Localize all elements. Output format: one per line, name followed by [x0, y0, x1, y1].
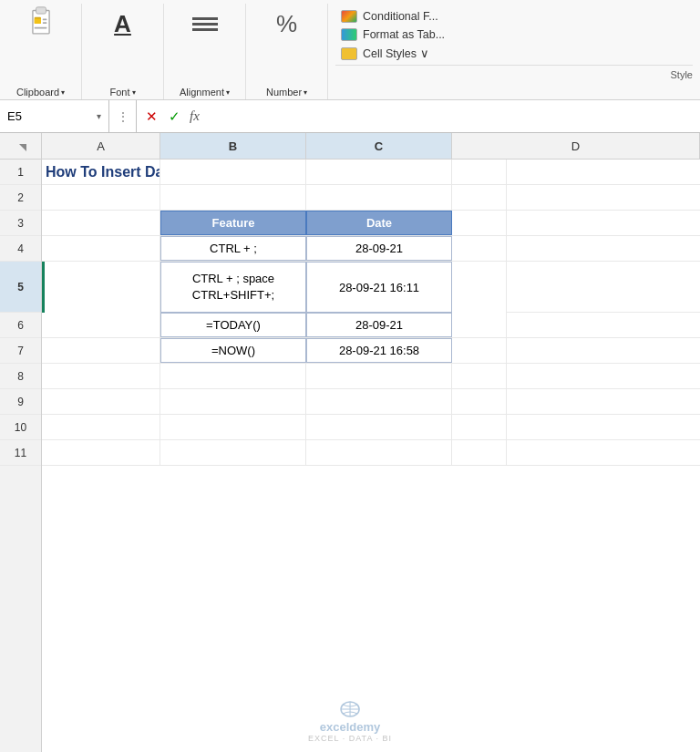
number-arrow-icon: ▾ — [304, 88, 307, 97]
cell-b9[interactable] — [160, 389, 306, 414]
cell-c6[interactable]: 28-09-21 — [306, 313, 452, 337]
row-num-2[interactable]: 2 — [0, 185, 41, 211]
table-row: =TODAY() 28-09-21 — [42, 313, 700, 338]
cell-c3-header[interactable]: Date — [306, 211, 452, 235]
title-text: How To Insert Date In Excel — [46, 164, 160, 180]
cell-d6[interactable] — [452, 313, 507, 337]
fx-label: fx — [190, 108, 200, 124]
cell-c1[interactable] — [306, 160, 452, 184]
table-row: CTRL + ; 28-09-21 — [42, 236, 700, 262]
cell-d7[interactable] — [452, 338, 507, 363]
cell-d11[interactable] — [452, 440, 507, 465]
cell-c5[interactable]: 28-09-21 16:11 — [306, 262, 452, 313]
cell-c2[interactable] — [306, 185, 452, 210]
cell-b7[interactable]: =NOW() — [160, 338, 306, 363]
cell-d10[interactable] — [452, 415, 507, 439]
row-num-1[interactable]: 1 — [0, 160, 41, 185]
col-header-a[interactable]: A — [42, 133, 160, 159]
cell-d3[interactable] — [452, 211, 507, 235]
col-header-c[interactable]: C — [306, 133, 452, 159]
row-num-9[interactable]: 9 — [0, 389, 41, 415]
cell-d4[interactable] — [452, 236, 507, 261]
cell-b4[interactable]: CTRL + ; — [160, 236, 306, 261]
font-icon[interactable]: A — [107, 7, 139, 40]
name-box-arrow-icon[interactable]: ▾ — [97, 111, 101, 121]
cell-d5[interactable] — [452, 262, 507, 313]
cell-d8[interactable] — [452, 364, 507, 388]
corner-cell[interactable] — [0, 133, 42, 159]
ribbon-group-font: A Font ▾ — [82, 4, 164, 99]
name-box[interactable]: E5 ▾ — [0, 100, 109, 132]
alignment-group-label[interactable]: Alignment ▾ — [180, 87, 230, 98]
cell-d2[interactable] — [452, 185, 507, 210]
number-group-label[interactable]: Number ▾ — [266, 87, 307, 98]
cell-c4[interactable]: 28-09-21 — [306, 236, 452, 261]
row-num-8[interactable]: 8 — [0, 364, 41, 389]
cell-b11[interactable] — [160, 440, 306, 465]
table-row — [42, 415, 700, 440]
formula-bar-controls: ✕ ✓ — [137, 108, 190, 125]
cell-b10[interactable] — [160, 415, 306, 439]
ribbon-styles-section: Conditional F... Format as Tab... Cell S… — [328, 4, 700, 99]
cell-styles-button[interactable]: Cell Styles ∨ — [335, 44, 693, 63]
formula-bar: E5 ▾ ⋮ ✕ ✓ fx — [0, 100, 700, 133]
cell-a10[interactable] — [42, 415, 160, 439]
formula-bar-dots-icon: ⋮ — [118, 110, 129, 123]
row-num-3[interactable]: 3 — [0, 211, 41, 236]
format-as-table-button[interactable]: Format as Tab... — [335, 26, 693, 44]
row-num-7[interactable]: 7 — [0, 338, 41, 364]
row-num-10[interactable]: 10 — [0, 415, 41, 440]
row-num-4[interactable]: 4 — [0, 236, 41, 262]
cell-b5[interactable]: CTRL + ; space CTRL+SHIFT+; — [160, 262, 306, 313]
table-row: =NOW() 28-09-21 16:58 — [42, 338, 700, 364]
cell-a3[interactable] — [42, 211, 160, 235]
svg-rect-5 — [42, 22, 46, 24]
cell-a5[interactable] — [42, 262, 160, 313]
cell-c11[interactable] — [306, 440, 452, 465]
row-num-5[interactable]: 5 — [0, 262, 41, 313]
cell-a4[interactable] — [42, 236, 160, 261]
cell-b3-header[interactable]: Feature — [160, 211, 306, 235]
table-row — [42, 440, 700, 466]
clipboard-group-label[interactable]: Clipboard ▾ — [16, 87, 65, 98]
cell-b8[interactable] — [160, 364, 306, 388]
select-all-icon — [19, 144, 26, 151]
ribbon-group-clipboard: Clipboard ▾ — [0, 4, 82, 99]
ribbon: Clipboard ▾ A Font ▾ Alignment ▾ % Numbe… — [0, 0, 700, 100]
cell-a2[interactable] — [42, 185, 160, 210]
svg-rect-4 — [42, 19, 46, 21]
clipboard-icon[interactable] — [25, 7, 57, 40]
row-num-11[interactable]: 11 — [0, 440, 41, 466]
formula-cancel-button[interactable]: ✕ — [144, 108, 160, 125]
cell-c9[interactable] — [306, 389, 452, 414]
col-header-b[interactable]: B — [160, 133, 306, 159]
spreadsheet: A B C D 1 2 3 4 5 6 7 8 9 10 11 How To I… — [0, 133, 700, 752]
cell-a1[interactable]: How To Insert Date In Excel — [42, 160, 160, 184]
font-group-label[interactable]: Font ▾ — [109, 87, 135, 98]
font-arrow-icon: ▾ — [132, 88, 136, 97]
cell-c7[interactable]: 28-09-21 16:58 — [306, 338, 452, 363]
cell-b1[interactable] — [160, 160, 306, 184]
cell-c8[interactable] — [306, 364, 452, 388]
cell-d1[interactable] — [452, 160, 507, 184]
row-num-6[interactable]: 6 — [0, 313, 41, 338]
cell-a11[interactable] — [42, 440, 160, 465]
cell-c10[interactable] — [306, 415, 452, 439]
cell-d9[interactable] — [452, 389, 507, 414]
conditional-formatting-button[interactable]: Conditional F... — [335, 7, 693, 26]
col-header-d[interactable]: D — [452, 133, 700, 159]
cell-a8[interactable] — [42, 364, 160, 388]
cell-a7[interactable] — [42, 338, 160, 363]
formula-confirm-button[interactable]: ✓ — [167, 108, 182, 125]
formula-input[interactable] — [207, 109, 700, 123]
cell-a9[interactable] — [42, 389, 160, 414]
cell-a6[interactable] — [42, 313, 160, 337]
column-headers: A B C D — [0, 133, 700, 160]
number-icon[interactable]: % — [271, 7, 304, 40]
alignment-icon[interactable] — [189, 7, 221, 40]
cell-b6[interactable]: =TODAY() — [160, 313, 306, 337]
svg-rect-6 — [34, 27, 46, 29]
cell-styles-icon — [341, 47, 357, 60]
cell-b2[interactable] — [160, 185, 306, 210]
svg-rect-3 — [34, 19, 40, 24]
